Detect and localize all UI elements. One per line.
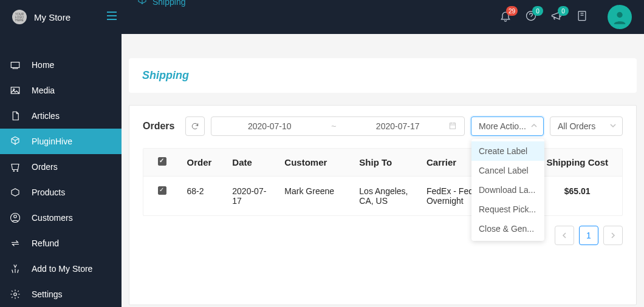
page-title: Shipping (142, 69, 623, 82)
docs-icon[interactable] (576, 10, 588, 24)
topbar-right: 29 0 0 (499, 5, 632, 29)
orders-table-wrap: Order Date Customer Ship To Carrier Ship… (143, 148, 623, 216)
sidebar-item-pluginhive[interactable]: PluginHive (0, 129, 122, 154)
svg-rect-3 (11, 62, 19, 68)
calendar-icon (448, 121, 457, 132)
cell-cost: $65.01 (532, 177, 622, 216)
all-orders-label: All Orders (558, 121, 595, 131)
orders-title: Orders (143, 121, 174, 132)
announcements-icon[interactable]: 0 (550, 10, 563, 24)
sidebar-item-label: PluginHive (32, 137, 72, 146)
svg-rect-1 (578, 12, 586, 21)
orders-table: Order Date Customer Ship To Carrier Ship… (143, 149, 622, 215)
sidebar-item-customers[interactable]: Customers (0, 205, 122, 231)
sidebar-item-label: Customers (32, 213, 73, 223)
refresh-button[interactable] (185, 116, 205, 136)
menu-item-close-generate[interactable]: Close & Gen... (471, 219, 544, 238)
more-actions-menu: Create Label Cancel Label Download La...… (471, 139, 544, 241)
select-all-checkbox[interactable] (158, 157, 166, 166)
notifications-bell[interactable]: 29 (499, 10, 512, 24)
col-cost: Shipping Cost (532, 149, 622, 177)
cell-customer: Mark Greene (278, 177, 353, 216)
help-icon[interactable]: 0 (525, 10, 537, 24)
sidebar-item-orders[interactable]: Orders (0, 154, 122, 180)
main: Shipping Orders 2020-07-10 ~ 2020-07-17 … (122, 34, 644, 307)
menu-item-request-pickup[interactable]: Request Pick... (471, 200, 544, 219)
page-1[interactable]: 1 (579, 226, 598, 245)
date-to: 2020-07-17 (347, 121, 448, 131)
brand-logo: YOUR LOGO HERE (12, 10, 27, 24)
sidebar-item-label: Refund (32, 238, 59, 248)
sidebar-item-label: Products (32, 187, 65, 197)
cell-order: 68-2 (180, 177, 226, 216)
svg-point-7 (17, 170, 18, 172)
sidebar-item-label: Home (32, 60, 54, 70)
sidebar-item-label: Orders (32, 162, 58, 172)
sidebar-item-label: Add to My Store (32, 264, 92, 274)
sidebar-item-addtostore[interactable]: Add to My Store (0, 256, 122, 282)
sidebar-item-refund[interactable]: Refund (0, 231, 122, 256)
table-row[interactable]: 68-2 2020-07-17 Mark Greene Los Angeles,… (143, 177, 622, 216)
svg-point-8 (14, 215, 17, 218)
chevron-up-icon (531, 123, 537, 130)
hamburger-icon[interactable] (107, 12, 117, 22)
col-order: Order (180, 149, 226, 177)
menu-item-download-label[interactable]: Download La... (471, 180, 544, 200)
page-prev[interactable] (555, 226, 574, 245)
sidebar-item-products[interactable]: Products (0, 180, 122, 205)
cell-date: 2020-07-17 (226, 177, 278, 216)
chevron-down-icon (610, 123, 616, 130)
sidebar-item-settings[interactable]: Settings (0, 282, 122, 307)
menu-item-create-label[interactable]: Create Label (471, 141, 544, 161)
orders-card: Orders 2020-07-10 ~ 2020-07-17 More Acti… (129, 105, 637, 305)
col-date: Date (226, 149, 278, 177)
breadcrumb-label: Shipping (152, 0, 186, 7)
store-name: My Store (34, 12, 70, 22)
date-range-picker[interactable]: 2020-07-10 ~ 2020-07-17 (211, 116, 465, 136)
orders-toolbar: Orders 2020-07-10 ~ 2020-07-17 More Acti… (143, 116, 623, 136)
bell-badge: 29 (506, 6, 518, 16)
svg-point-10 (14, 293, 17, 296)
breadcrumb[interactable]: Shipping (137, 0, 186, 8)
shipping-icon (137, 0, 148, 8)
topbar: YOUR LOGO HERE My Store Shipping 29 0 0 (0, 0, 644, 34)
sidebar-item-label: Settings (32, 289, 63, 299)
more-actions-label: More Actio... (479, 121, 526, 131)
sidebar-item-media[interactable]: Media (0, 78, 122, 103)
sidebar-item-home[interactable]: Home (0, 52, 122, 78)
pagination: 1 (143, 226, 623, 245)
sidebar-item-label: Media (32, 86, 55, 95)
sidebar-item-label: Articles (32, 111, 60, 121)
row-checkbox[interactable] (158, 186, 166, 195)
page-title-card: Shipping (129, 58, 637, 93)
page-next[interactable] (603, 226, 623, 245)
avatar[interactable] (608, 5, 632, 29)
all-orders-dropdown[interactable]: All Orders (550, 116, 623, 136)
col-shipto: Ship To (353, 149, 420, 177)
cell-shipto: Los Angeles, CA, US (353, 177, 420, 216)
date-sep: ~ (331, 121, 336, 131)
sidebar-item-articles[interactable]: Articles (0, 103, 122, 129)
menu-item-cancel-label[interactable]: Cancel Label (471, 161, 544, 180)
more-actions-dropdown[interactable]: More Actio... Create Label Cancel Label … (471, 116, 544, 136)
announce-badge: 0 (558, 6, 569, 16)
svg-point-2 (617, 12, 622, 18)
svg-rect-11 (450, 123, 455, 128)
svg-point-6 (13, 170, 15, 172)
help-badge: 0 (532, 6, 543, 16)
col-customer: Customer (278, 149, 353, 177)
sidebar: Home Media Articles PluginHive Orders Pr… (0, 34, 122, 307)
date-from: 2020-07-10 (219, 121, 320, 131)
